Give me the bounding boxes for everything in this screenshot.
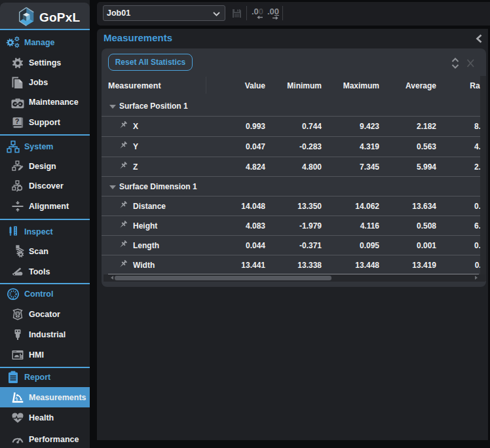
svg-text:?: ? <box>15 117 20 125</box>
